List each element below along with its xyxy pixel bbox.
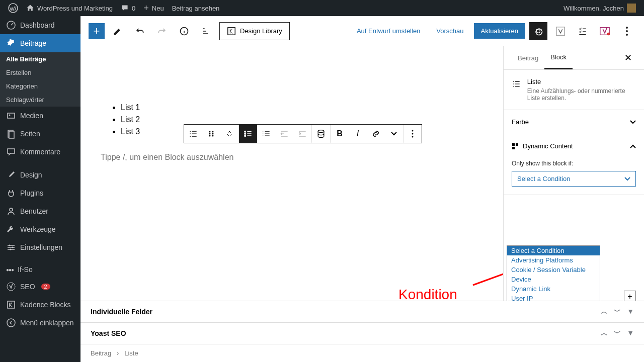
metabox-up[interactable]: ︿ <box>601 307 608 316</box>
italic-button[interactable]: I <box>349 125 367 143</box>
svg-point-26 <box>212 135 214 137</box>
editor-canvas[interactable]: B I List 1 List 2 List 3 Tippe /, um ein… <box>80 46 503 301</box>
menu-tools[interactable]: Werkzeuge <box>0 220 80 238</box>
metabox-down[interactable]: ﹀ <box>614 307 621 316</box>
update-button[interactable]: Aktualisieren <box>474 23 525 39</box>
link-icon <box>371 129 381 139</box>
preview-button[interactable]: Vorschau <box>430 23 469 39</box>
metabox-custom-fields[interactable]: Individuelle Felder ︿ ﹀ ▼ <box>80 301 644 322</box>
link-button[interactable] <box>367 125 385 143</box>
dynamic-button[interactable] <box>312 125 330 143</box>
kadence-icon <box>6 300 16 310</box>
menu-plugins[interactable]: Plugins <box>0 184 80 202</box>
outdent-button[interactable] <box>275 125 293 143</box>
user-greeting[interactable]: Willkommen, Jochen <box>559 0 640 16</box>
menu-posts[interactable]: Beiträge <box>0 34 80 52</box>
svg-point-10 <box>7 283 15 291</box>
panel-button-2[interactable] <box>574 22 592 40</box>
svg-point-24 <box>212 133 214 135</box>
site-name[interactable]: WordPress und Marketing <box>22 0 117 16</box>
menu-pages[interactable]: Seiten <box>0 125 80 143</box>
more-format-button[interactable] <box>385 125 403 143</box>
ordered-list-button[interactable] <box>257 125 275 143</box>
info-button[interactable] <box>175 22 193 40</box>
edit-mode-button[interactable] <box>109 22 127 40</box>
svg-rect-15 <box>556 27 565 35</box>
chevron-down-icon <box>391 132 397 136</box>
list-item[interactable]: List 1 <box>121 102 483 114</box>
submenu-create[interactable]: Erstellen <box>0 66 80 79</box>
admin-bar: WordPress und Marketing 0 +Neu Beitrag a… <box>0 0 644 16</box>
move-buttons[interactable] <box>220 125 238 143</box>
ifso-icon <box>512 143 519 150</box>
pencil-icon <box>113 26 123 36</box>
submenu-all-posts[interactable]: Alle Beiträge <box>0 52 80 66</box>
svg-point-25 <box>209 135 211 137</box>
panel-color[interactable]: Farbe <box>504 110 644 134</box>
more-menu[interactable] <box>618 22 636 40</box>
condition-select[interactable]: Select a Condition <box>512 171 636 187</box>
ifso-panel-button[interactable] <box>551 22 570 40</box>
ul-icon <box>243 129 253 139</box>
dropdown-option[interactable]: Select a Condition <box>507 246 600 255</box>
outline-button[interactable] <box>197 22 215 40</box>
svg-point-23 <box>209 133 211 135</box>
submenu-tags[interactable]: Schlagwörter <box>0 93 80 107</box>
dropdown-option[interactable]: Dynamic Link <box>507 284 600 294</box>
submenu-categories[interactable]: Kategorien <box>0 79 80 93</box>
wrench-icon <box>6 224 16 234</box>
comments-count[interactable]: 0 <box>117 0 139 16</box>
redo-button[interactable] <box>153 22 171 40</box>
add-block-button[interactable]: + <box>89 23 105 39</box>
yoast-panel-button[interactable] <box>596 22 614 40</box>
menu-users[interactable]: Benutzer <box>0 202 80 220</box>
add-panel-button[interactable]: + <box>624 291 636 301</box>
dropdown-option[interactable]: User IP <box>507 294 600 301</box>
menu-media[interactable]: Medien <box>0 107 80 125</box>
wp-logo[interactable] <box>4 0 22 16</box>
metabox-toggle[interactable]: ▼ <box>627 307 634 316</box>
block-toolbar: B I <box>184 124 422 143</box>
menu-seo[interactable]: SEO2 <box>0 278 80 296</box>
metabox-up[interactable]: ︿ <box>601 329 608 338</box>
unordered-list-button[interactable] <box>239 125 257 143</box>
settings-toggle[interactable] <box>529 22 547 40</box>
settings-panel: Beitrag Block ✕ Liste Eine Aufzählungs- … <box>503 46 644 301</box>
block-placeholder[interactable]: Tippe /, um einen Block auszuwählen <box>101 153 483 162</box>
svg-point-19 <box>626 30 628 32</box>
panel-close-button[interactable]: ✕ <box>620 48 636 67</box>
tab-post[interactable]: Beitrag <box>512 47 544 69</box>
tab-block[interactable]: Block <box>544 46 573 69</box>
dropdown-option[interactable]: Cookie / Session Variable <box>507 265 600 275</box>
ol-icon <box>261 129 271 139</box>
svg-point-32 <box>412 133 414 135</box>
bold-button[interactable]: B <box>331 125 349 143</box>
view-post[interactable]: Beitrag ansehen <box>168 0 224 16</box>
breadcrumb-item[interactable]: Beitrag <box>91 349 111 357</box>
avatar <box>627 4 636 13</box>
switch-draft-button[interactable]: Auf Entwurf umstellen <box>351 23 426 39</box>
collapse-icon <box>6 318 16 328</box>
design-library-button[interactable]: Design Library <box>219 22 290 40</box>
editor-content: + Design Library Auf Entwurf umstellen V… <box>80 16 644 362</box>
metabox-down[interactable]: ﹀ <box>614 329 621 338</box>
menu-design[interactable]: Design <box>0 166 80 184</box>
breadcrumb-item[interactable]: Liste <box>124 349 138 357</box>
drag-handle[interactable] <box>202 125 220 143</box>
indent-button[interactable] <box>293 125 311 143</box>
ifso-icon: ●●● <box>6 267 14 273</box>
menu-comments[interactable]: Kommentare <box>0 143 80 161</box>
dropdown-option[interactable]: Device <box>507 275 600 284</box>
new-content[interactable]: +Neu <box>139 0 168 16</box>
block-type-button[interactable] <box>184 125 202 143</box>
block-more-button[interactable] <box>404 125 422 143</box>
metabox-toggle[interactable]: ▼ <box>627 329 634 338</box>
menu-settings[interactable]: Einstellungen <box>0 238 80 256</box>
dropdown-option[interactable]: Advertising Platforms <box>507 255 600 265</box>
menu-kadence[interactable]: Kadence Blocks <box>0 296 80 314</box>
menu-ifso[interactable]: ●●●If-So <box>0 261 80 278</box>
undo-button[interactable] <box>131 22 149 40</box>
menu-dashboard[interactable]: Dashboard <box>0 16 80 34</box>
metabox-yoast[interactable]: Yoast SEO ︿ ﹀ ▼ <box>80 322 644 344</box>
menu-collapse[interactable]: Menü einklappen <box>0 314 80 332</box>
